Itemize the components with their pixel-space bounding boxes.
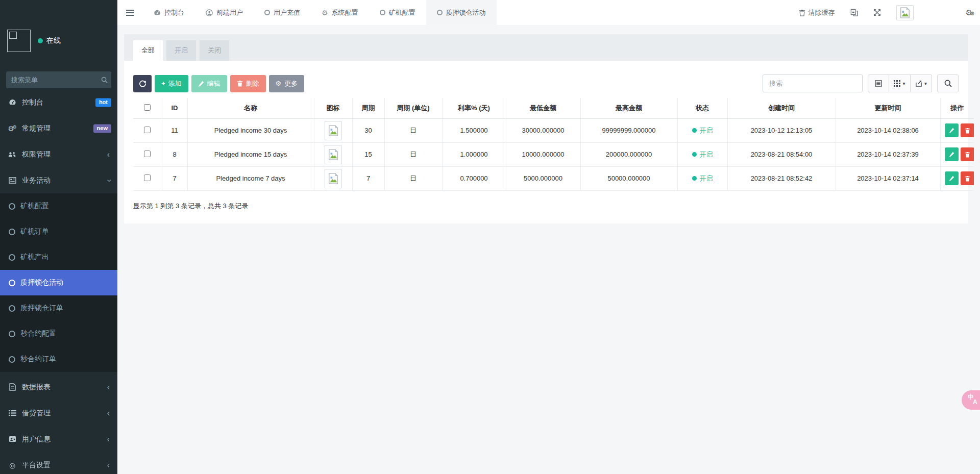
column-header-id[interactable]: ID [162, 98, 187, 118]
cell-period-unit: 日 [384, 142, 442, 166]
sidebar-item-miner-orders[interactable]: 矿机订单 [0, 219, 117, 244]
export-button[interactable]: ▾ [911, 74, 932, 92]
tab-system-config[interactable]: ⚙ 系统配置 [311, 0, 369, 25]
sidebar-item-miner-config[interactable]: 矿机配置 [0, 193, 117, 219]
refresh-button[interactable] [133, 75, 152, 92]
search-toggle-button[interactable] [937, 74, 959, 92]
row-edit-button[interactable] [945, 171, 959, 185]
column-header-period[interactable]: 周期 [352, 98, 384, 118]
add-button[interactable]: + 添加 [155, 75, 188, 92]
sidebar-item-label: 用户信息 [22, 435, 51, 444]
language-icon[interactable] [850, 9, 858, 16]
panel-body: + 添加 编辑 删除 ⚙ 更多 [124, 61, 968, 223]
sidebar-item-platform-settings[interactable]: ◎ 平台设置 ‹ [0, 452, 117, 474]
cell-updated: 2023-10-14 02:37:39 [836, 142, 940, 166]
delete-button[interactable]: 删除 [230, 75, 266, 92]
chevron-left-icon: ‹ [107, 461, 110, 469]
more-button[interactable]: ⚙ 更多 [269, 75, 305, 92]
column-header-max-amount[interactable]: 最高金额 [580, 98, 677, 118]
search-icon[interactable] [101, 77, 108, 83]
main-content: 全部 开启 关闭 + 添加 编辑 删除 [117, 0, 980, 223]
sidebar-item-pledge-orders[interactable]: 质押锁仓订单 [0, 295, 117, 321]
row-checkbox[interactable] [144, 127, 151, 133]
status-badge: 开启 [692, 150, 713, 159]
cell-updated: 2023-10-14 02:37:14 [836, 166, 940, 190]
pledge-activity-panel: 全部 开启 关闭 + 添加 编辑 删除 [124, 34, 968, 223]
sidebar-item-general[interactable]: ⚙⚙ 常规管理 new [0, 115, 117, 141]
select-all-checkbox[interactable] [144, 104, 151, 111]
tab-console[interactable]: 控制台 [143, 0, 195, 25]
cell-updated: 2023-10-14 02:38:06 [836, 118, 940, 142]
tab-miner-config[interactable]: 矿机配置 [369, 0, 426, 25]
tab-frontend-users[interactable]: 前端用户 [195, 0, 254, 25]
filter-tab-open[interactable]: 开启 [166, 40, 196, 61]
sidebar-item-label: 权限管理 [22, 150, 51, 159]
cell-created: 2023-08-21 08:52:42 [727, 166, 836, 190]
column-header-updated[interactable]: 更新时间 [836, 98, 940, 118]
column-header-actions[interactable]: 操作 [940, 98, 974, 118]
column-header-created[interactable]: 创建时间 [727, 98, 836, 118]
status-dot-icon [692, 176, 697, 181]
broken-image-icon [9, 32, 17, 39]
sidebar-item-contract-config[interactable]: 秒合约配置 [0, 321, 117, 346]
tab-label: 用户充值 [274, 8, 300, 17]
filter-tab-closed[interactable]: 关闭 [200, 40, 229, 61]
row-edit-button[interactable] [945, 147, 959, 161]
row-delete-button[interactable] [961, 123, 974, 137]
gear-icon: ⚙ [322, 9, 328, 17]
table-row[interactable]: 7 Pledged income 7 days 7 日 0.700000 500… [133, 166, 974, 190]
table-search-input[interactable] [763, 74, 863, 92]
delete-label: 删除 [246, 79, 259, 88]
sidebar-item-loans[interactable]: 借贷管理 ‹ [0, 400, 117, 426]
columns-button[interactable]: ▾ [889, 74, 911, 92]
cell-name: Pledged income 15 days [187, 142, 314, 166]
table-row[interactable]: 8 Pledged income 15 days 15 日 1.000000 1… [133, 142, 974, 166]
translate-float-button[interactable]: 中 A [962, 390, 980, 410]
column-header-name[interactable]: 名称 [187, 98, 314, 118]
column-header-icon[interactable]: 图标 [314, 98, 352, 118]
circle-icon [9, 331, 15, 337]
pencil-icon [949, 128, 954, 133]
column-header-rate[interactable]: 利率% (天) [442, 98, 506, 118]
user-avatar[interactable] [896, 5, 914, 20]
cell-min-amount: 10000.000000 [506, 142, 580, 166]
filter-tab-all[interactable]: 全部 [133, 40, 163, 61]
add-label: 添加 [168, 79, 182, 88]
fullscreen-icon[interactable] [873, 9, 881, 16]
sidebar-item-reports[interactable]: 数据报表 ‹ [0, 374, 117, 400]
sidebar-toggle-button[interactable] [117, 0, 143, 25]
cell-period-unit: 日 [384, 118, 442, 142]
sidebar-item-console[interactable]: 控制台 hot [0, 89, 117, 115]
sidebar-item-pledge-activity[interactable]: 质押锁仓活动 [0, 270, 117, 295]
gauge-icon [7, 98, 17, 106]
sidebar-item-business[interactable]: 业务活动 ‹ [0, 167, 117, 193]
row-checkbox[interactable] [144, 151, 151, 157]
tab-user-recharge[interactable]: 用户充值 [254, 0, 311, 25]
row-delete-button[interactable] [961, 147, 974, 161]
table-row[interactable]: 11 Pledged income 30 days 30 日 1.500000 … [133, 118, 974, 142]
sidebar-item-contract-orders[interactable]: 秒合约订单 [0, 346, 117, 372]
row-delete-button[interactable] [961, 171, 974, 185]
row-checkbox[interactable] [144, 174, 151, 181]
toggle-view-button[interactable] [868, 74, 889, 92]
sidebar-item-user-info[interactable]: 用户信息 ‹ [0, 426, 117, 452]
menu-search-input[interactable] [11, 76, 101, 84]
sidebar-item-miner-output[interactable]: 矿机产出 [0, 244, 117, 270]
edit-button[interactable]: 编辑 [191, 75, 227, 92]
column-header-period-unit[interactable]: 周期 (单位) [384, 98, 442, 118]
cell-max-amount: 99999999.000000 [580, 118, 677, 142]
pagination-summary: 显示第 1 到第 3 条记录，总共 3 条记录 [133, 202, 959, 211]
sidebar-item-permissions[interactable]: 权限管理 ‹ [0, 141, 117, 167]
row-edit-button[interactable] [945, 123, 959, 137]
settings-gears-icon[interactable]: ⚙⚙ [966, 8, 973, 17]
row-icon-image [325, 169, 341, 188]
circle-icon [9, 254, 15, 261]
clear-cache-label: 清除缓存 [808, 8, 835, 17]
clear-cache-button[interactable]: 清除缓存 [799, 8, 835, 17]
caret-down-icon: ▾ [902, 81, 905, 86]
column-header-min-amount[interactable]: 最低金额 [506, 98, 580, 118]
submenu-label: 矿机产出 [20, 253, 49, 262]
tab-pledge-activity[interactable]: 质押锁仓活动 [426, 0, 497, 25]
table-toolbar: + 添加 编辑 删除 ⚙ 更多 [133, 74, 959, 92]
column-header-status[interactable]: 状态 [677, 98, 727, 118]
